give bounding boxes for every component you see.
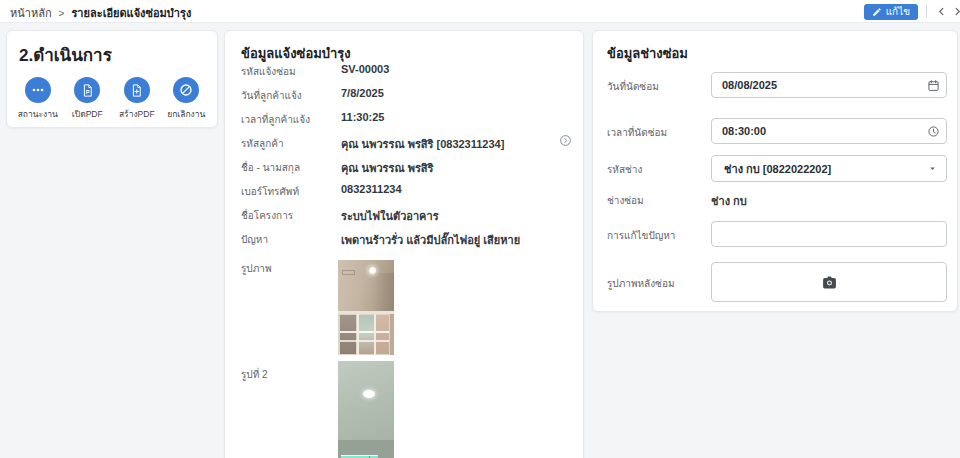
action-panel: 2.ดำเนินการ สถานะงาน P เปิดPDF สร้างPDF [6, 30, 218, 128]
technician-name-value: ช่าง กบ [711, 192, 947, 210]
pdf-create-icon [124, 77, 150, 103]
field-label: ชื่อโครงการ [241, 208, 293, 223]
field-value: SV-00003 [341, 63, 389, 75]
appointment-time-control [711, 118, 947, 144]
repair-detail-screen: หน้าหลัก > รายละเอียดแจ้งซ่อมบำรุง แก้ไข… [0, 0, 960, 458]
field-row-report-time: เวลาที่ลูกค้าแจ้ง 11:30:25 [241, 112, 567, 126]
photo1-wall-corner [372, 273, 394, 315]
top-bar: หน้าหลัก > รายละเอียดแจ้งซ่อมบำรุง แก้ไข [0, 0, 960, 23]
chevron-down-icon [927, 163, 938, 174]
edit-button-label: แก้ไข [886, 4, 910, 19]
photo1-label: รูปภาพ [241, 261, 272, 276]
field-row-project: ชื่อโครงการ ระบบไฟในตัวอาคาร [241, 208, 567, 222]
field-value: เพดานร้าวรั่ว แล้วมีปลั๊กไฟอยู่ เสียหาย [341, 231, 520, 249]
after-photo-upload[interactable] [711, 262, 947, 302]
field-label: เวลาที่ลูกค้าแจ้ง [241, 112, 310, 127]
photo1-sliding-door [338, 311, 394, 355]
field-label: รหัสแจ้งซ่อม [241, 64, 296, 79]
appointment-date-control [711, 72, 947, 98]
calendar-icon[interactable] [927, 78, 940, 91]
field-row-phone: เบอร์โทรศัพท์ 0832311234 [241, 184, 567, 198]
appointment-time-label: เวลาที่นัดซ่อม [607, 125, 667, 140]
ellipsis-icon [25, 77, 51, 103]
photo2-downlight [363, 390, 375, 398]
field-label: เบอร์โทรศัพท์ [241, 184, 299, 199]
status-button[interactable]: สถานะงาน [14, 77, 62, 121]
svg-text:P: P [85, 88, 89, 94]
solution-input[interactable] [711, 221, 947, 247]
photo1-downlight [368, 266, 377, 275]
action-buttons-row: สถานะงาน P เปิดPDF สร้างPDF ยกเลิกงาน [7, 77, 217, 121]
edit-button[interactable]: แก้ไข [864, 4, 918, 20]
field-row-problem: ปัญหา เพดานร้าวรั่ว แล้วมีปลั๊กไฟอยู่ เส… [241, 232, 567, 246]
top-actions: แก้ไข [864, 2, 960, 21]
breadcrumb-separator: > [59, 8, 65, 19]
open-pdf-button-label: เปิดPDF [72, 107, 103, 121]
cancel-job-button-label: ยกเลิกงาน [167, 107, 205, 121]
field-value: คุณ นพวรรณ พรสิริ [0832311234] [341, 135, 504, 153]
after-photo-label: รูปภาพหลังซ่อม [607, 276, 675, 291]
technician-code-value: ช่าง กบ [0822022202] [724, 160, 927, 178]
chevron-left-icon[interactable] [933, 4, 949, 20]
technician-panel: ข้อมูลช่างซ่อม วันที่นัดซ่อม เวลาที่นัดซ… [592, 30, 958, 312]
request-info-panel: ข้อมูลแจ้งซ่อมบำรุง รหัสแจ้งซ่อม SV-0000… [224, 30, 584, 458]
open-pdf-button[interactable]: P เปิดPDF [63, 77, 111, 121]
action-panel-title: 2.ดำเนินการ [19, 41, 112, 68]
camera-icon [821, 275, 838, 290]
technician-code-label: รหัสช่าง [607, 162, 642, 177]
field-value: ระบบไฟในตัวอาคาร [341, 207, 439, 225]
field-row-service-code: รหัสแจ้งซ่อม SV-00003 [241, 64, 567, 78]
photo2-cabinet [341, 455, 378, 458]
field-row-report-date: วันที่ลูกค้าแจ้ง 7/8/2025 [241, 88, 567, 102]
solution-label: การแก้ไขปัญหา [607, 228, 675, 243]
field-label: วันที่ลูกค้าแจ้ง [241, 88, 302, 103]
photo1-access-panel [342, 270, 355, 275]
field-row-customer-name: ชื่อ - นามสกุล คุณ นพวรรณ พรสิริ [241, 160, 567, 174]
technician-code-select[interactable]: ช่าง กบ [0822022202] [711, 155, 947, 182]
photo2-label: รูปที่ 2 [241, 367, 268, 382]
field-row-customer-code: รหัสลูกค้า คุณ นพวรรณ พรสิริ [0832311234… [241, 136, 567, 150]
pdf-open-icon: P [74, 77, 100, 103]
field-value: คุณ นพวรรณ พรสิริ [341, 159, 433, 177]
problem-photo-1[interactable] [338, 260, 394, 355]
breadcrumb: หน้าหลัก > รายละเอียดแจ้งซ่อมบำรุง [10, 4, 191, 22]
request-panel-title: ข้อมูลแจ้งซ่อมบำรุง [241, 43, 351, 64]
field-value: 11:30:25 [341, 111, 384, 123]
create-pdf-button[interactable]: สร้างPDF [113, 77, 161, 121]
clock-icon[interactable] [927, 124, 940, 137]
create-pdf-button-label: สร้างPDF [119, 107, 155, 121]
field-value: 7/8/2025 [341, 87, 384, 99]
field-label: ปัญหา [241, 232, 268, 247]
solution-control [711, 221, 947, 247]
status-button-label: สถานะงาน [18, 107, 58, 121]
photo2-ceiling [338, 361, 394, 440]
field-label: ชื่อ - นามสกุล [241, 160, 300, 175]
chevron-right-icon[interactable] [949, 4, 960, 20]
technician-name-label: ช่างซ่อม [607, 193, 644, 208]
appointment-date-input[interactable] [711, 72, 947, 98]
breadcrumb-current: รายละเอียดแจ้งซ่อมบำรุง [71, 4, 191, 22]
breadcrumb-home-link[interactable]: หน้าหลัก [10, 4, 52, 22]
technician-panel-title: ข้อมูลช่างซ่อม [607, 43, 688, 64]
problem-photo-2[interactable] [338, 361, 394, 458]
divider [926, 5, 927, 18]
appointment-time-input[interactable] [711, 118, 947, 144]
edit-pencil-icon [872, 7, 882, 17]
cancel-job-button[interactable]: ยกเลิกงาน [162, 77, 210, 121]
field-value: 0832311234 [341, 183, 402, 195]
field-label: รหัสลูกค้า [241, 136, 284, 151]
appointment-date-label: วันที่นัดซ่อม [607, 79, 659, 94]
customer-detail-chevron-icon[interactable] [559, 133, 572, 146]
cancel-icon [173, 77, 199, 103]
